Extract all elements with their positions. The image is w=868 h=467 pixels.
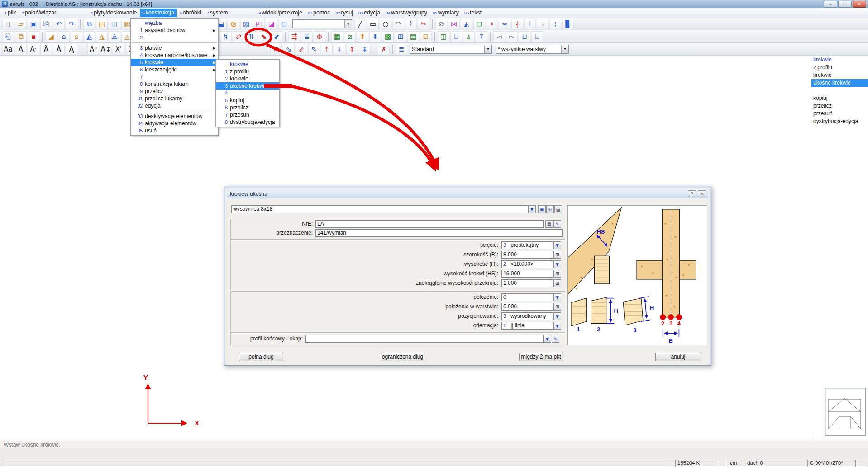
tool-icon-tb3-0[interactable]: Aa	[2, 44, 14, 55]
profil-edit-icon[interactable]: ✎	[552, 335, 559, 343]
szerokosc-input[interactable]: 8.000	[501, 251, 553, 259]
cancel-button[interactable]: anuluj	[655, 353, 701, 361]
wysokosc-krokwi-calc-icon[interactable]: ⊞	[553, 270, 561, 278]
pozycjonowanie-select[interactable]: 3wyśrodkowany	[501, 312, 553, 320]
tool-icon-tb1-19[interactable]: ▧	[228, 19, 239, 29]
menu-item-krokwie-narożne-koszowe[interactable]: 4krokwie narożne/koszowe▶	[131, 52, 218, 59]
tool-icon-tb1-41[interactable]: ⊹	[549, 19, 561, 29]
menu-item-z-profilu[interactable]: 1z profilu	[216, 68, 279, 75]
tool-icon-tb2-38[interactable]: ◫	[438, 31, 449, 42]
menubar-item-rysuj[interactable]: 02rysuj	[333, 9, 356, 17]
sidebar-item-kopiuj[interactable]: kopiuj	[811, 94, 868, 102]
tool-icon-tb1-40[interactable]: ⫟	[537, 19, 548, 29]
tool-icon-tb3-9[interactable]: X'	[113, 44, 124, 55]
menu-item-4[interactable]: 4	[216, 90, 279, 97]
tool-icon-tb2-40[interactable]: ⍋	[463, 31, 475, 42]
menu-item-przelicz[interactable]: 9przelicz	[131, 88, 218, 95]
sidebar-item-przelicz[interactable]: przelicz	[811, 102, 868, 110]
combo-all-layers-arrow-icon[interactable]: ▼	[561, 45, 568, 53]
tool-icon-tb1-20[interactable]: ▨	[240, 19, 252, 29]
tool-icon-tb2-20[interactable]: ⇄	[233, 31, 244, 42]
profil-dropdown-arrow-icon[interactable]: ▼	[544, 335, 551, 343]
tool-icon-tb2-4[interactable]: ◢	[45, 31, 57, 42]
full-length-button[interactable]: pełna dług	[239, 353, 283, 361]
profile-list-icon[interactable]: ▤	[554, 205, 562, 213]
menubar-item-płyty-deskowanie[interactable]: 4płyty/deskowanie	[88, 9, 139, 17]
menu-item-płatwie[interactable]: 3płatwie▶	[131, 44, 218, 52]
tool-icon-tb2-0[interactable]: ⎗	[2, 31, 14, 42]
sidebar-item-ukośne-krokwie[interactable]: ukośne krokwie	[811, 79, 868, 87]
tool-icon-tb1-23[interactable]: ⊟	[278, 19, 290, 29]
tool-icon-tb1-37[interactable]: ≍	[499, 19, 510, 29]
tool-icon-tb3-20[interactable]: ⇞	[346, 44, 358, 55]
tool-icon-tb1-22[interactable]: ◪	[266, 19, 277, 29]
sidebar-item-dystrybucja-edycja[interactable]: dystrybucja-edycja	[811, 118, 868, 125]
menu-item-krokwie[interactable]: 5krokwie▶	[131, 59, 218, 66]
menu-item-kleszcze-jętki[interactable]: 6kleszcze/jętki▶	[131, 66, 218, 73]
menubar-item-obróbki[interactable]: 6obróbki	[177, 9, 204, 17]
tool-icon-ukosne-krokwie[interactable]: ⬊	[258, 31, 270, 42]
tool-icon-tb1-28[interactable]: ◠	[392, 19, 404, 29]
tool-icon-tb2-33[interactable]: ▩	[382, 31, 394, 42]
tool-icon-tb1-27[interactable]: ○	[380, 19, 391, 29]
tool-icon-tb2-32[interactable]: ⬇	[369, 31, 381, 42]
tool-icon-tb2-41[interactable]: ⍒	[476, 31, 487, 42]
menu-item-przelicz-lukarny[interactable]: 01przelicz-lukarny	[131, 95, 218, 102]
tool-icon-tb2-36[interactable]: ⊟	[420, 31, 432, 42]
tool-icon-tb1-1[interactable]: ▱	[15, 19, 27, 29]
tool-icon-tb3-8[interactable]: A↕	[100, 44, 112, 55]
tool-icon-tb3-14[interactable]: ⇗	[270, 44, 282, 55]
tool-icon-tb2-8[interactable]: ◮	[96, 31, 108, 42]
tool-icon-tb2-29[interactable]: ▦	[331, 31, 343, 42]
tool-icon-tb1-42[interactable]: ▊	[562, 19, 574, 29]
menu-item-przesuń[interactable]: 7przesuń	[216, 111, 279, 118]
tool-icon-tb3-23[interactable]: ✗	[378, 44, 390, 55]
tool-icon-tb2-34[interactable]: ⊞	[395, 31, 406, 42]
menubar-item-połać-wiązar[interactable]: 2połać/wiązar	[19, 9, 59, 17]
tool-icon-tb1-3[interactable]: ⎘	[40, 19, 52, 29]
tool-icon-tb2-6[interactable]: ⌂	[71, 31, 82, 42]
tool-icon-tb2-1[interactable]: ⧉	[15, 31, 27, 42]
menu-item-kopiuj[interactable]: 5kopiuj	[216, 97, 279, 104]
menubar-item-pomoc[interactable]: 01pomoc	[305, 9, 333, 17]
tool-icon-tb2-39[interactable]: ⌸	[450, 31, 462, 42]
menu-item-edycja[interactable]: 02edycja	[131, 102, 218, 109]
limited-length-button[interactable]: ograniczona dług	[381, 353, 424, 361]
menu-item-przelicz[interactable]: 6przelicz	[216, 104, 279, 111]
tool-icon-tb1-36[interactable]: ⌖	[486, 19, 498, 29]
tool-icon-tb1-7[interactable]: ⧉	[83, 19, 95, 29]
dialog-close-button[interactable]: ✕	[698, 190, 706, 197]
tool-icon-tb2-46[interactable]: ⌻	[531, 31, 543, 42]
toolbar-combo-empty[interactable]: ▼	[292, 19, 352, 28]
tool-icon-tb2-31[interactable]: ⬆	[357, 31, 368, 42]
tool-icon-tb2-43[interactable]: ◅	[493, 31, 505, 42]
nre-input[interactable]: LA	[315, 220, 544, 228]
tool-icon-tb2-2[interactable]: ▪	[28, 31, 39, 42]
wysokosc-dropdown-arrow-icon[interactable]: ▼	[553, 260, 561, 268]
menu-item-2[interactable]: 2	[131, 34, 218, 41]
maximize-button[interactable]: ▢	[838, 1, 852, 8]
tool-icon-tb2-44[interactable]: ▻	[506, 31, 518, 42]
tool-icon-tb1-5[interactable]: ↷	[66, 19, 77, 29]
zaokraglenie-calc-icon[interactable]: ⊞	[553, 279, 561, 287]
menubar-item-wymiary[interactable]: 05wymiary	[430, 9, 462, 17]
menubar-item-warstwy-grupy[interactable]: 04warstwy/grupy	[383, 9, 430, 17]
tool-icon-tb3-19[interactable]: ⤓	[334, 44, 345, 55]
wysokosc-krokwi-input[interactable]: 16.000	[501, 270, 553, 278]
copy-profile-icon[interactable]: ⎗	[546, 205, 554, 213]
menu-item-deaktywacja-elementów[interactable]: 03deaktywacja elementów	[131, 113, 218, 120]
tool-icon-tb1-2[interactable]: ▣	[28, 19, 39, 29]
tool-icon-tb1-26[interactable]: ▭	[367, 19, 379, 29]
profile-combo[interactable]: wysuwnica 8x18	[231, 205, 528, 213]
combo-standard[interactable]: Standard▼	[410, 45, 492, 54]
tool-icon-tb1-25[interactable]: ╱	[354, 19, 366, 29]
tool-icon-tb1-33[interactable]: ⋈	[448, 19, 460, 29]
polozenie-select[interactable]: 0	[501, 293, 553, 301]
tool-icon-tb3-7[interactable]: Aᵃ	[87, 44, 99, 55]
menu-item-aktywacja-elementów[interactable]: 04aktywacja elementów	[131, 120, 218, 127]
tool-icon-tb2-45[interactable]: ⊔	[519, 31, 530, 42]
menu-item-7[interactable]: 7	[131, 73, 218, 80]
tool-icon-tb1-8[interactable]: ▤	[96, 19, 108, 29]
tool-icon-tb1-38[interactable]: ∤	[511, 19, 523, 29]
orientacja-select[interactable]: 1|| linia	[501, 322, 553, 330]
